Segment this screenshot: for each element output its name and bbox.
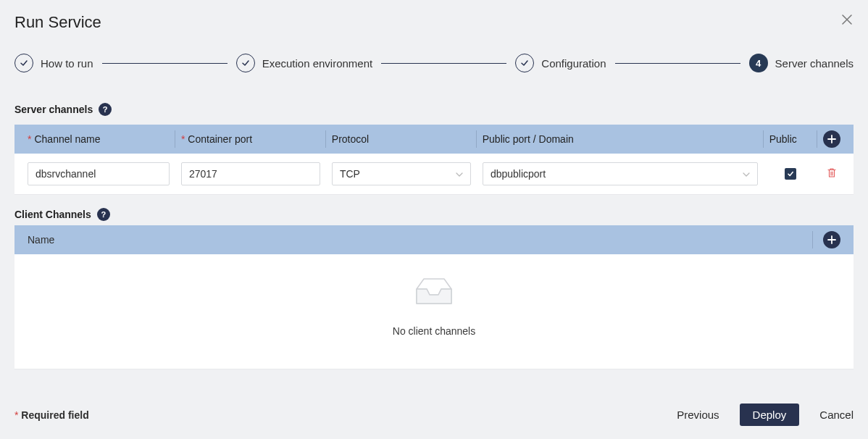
client-channels-empty: No client channels [14, 254, 854, 369]
server-channel-row: TCP dbpublicport [14, 154, 854, 195]
step-label: Execution environment [262, 57, 373, 70]
check-icon [515, 54, 534, 72]
container-port-input[interactable] [181, 162, 320, 185]
step-server-channels[interactable]: 4 Server channels [749, 54, 854, 72]
previous-button[interactable]: Previous [677, 409, 719, 421]
channel-name-input[interactable] [28, 162, 170, 185]
cancel-button[interactable]: Cancel [819, 409, 854, 421]
col-public-port-domain: Public port / Domain [477, 130, 764, 148]
step-execution-env[interactable]: Execution environment [236, 54, 373, 72]
domain-select[interactable]: dbpublicport [483, 162, 758, 185]
page-title: Run Service [14, 13, 101, 32]
required-field-note: * Required field [14, 409, 89, 421]
empty-box-icon [414, 276, 454, 306]
step-label: How to run [41, 57, 93, 70]
col-container-port: *Container port [175, 130, 326, 148]
client-header-name: Name [28, 234, 54, 246]
step-label: Configuration [541, 57, 606, 70]
help-icon[interactable]: ? [99, 103, 112, 116]
chevron-down-icon [743, 169, 750, 179]
add-client-channel-button[interactable] [823, 231, 840, 248]
col-protocol: Protocol [326, 130, 477, 148]
close-icon[interactable] [840, 13, 854, 29]
chevron-down-icon [456, 169, 463, 179]
client-channels-header: Name [14, 225, 854, 254]
server-channels-title: Server channels [14, 104, 93, 115]
domain-value: dbpublicport [491, 168, 546, 180]
delete-row-icon[interactable] [827, 167, 837, 180]
client-channels-title: Client Channels [14, 209, 91, 220]
check-icon [236, 54, 255, 72]
deploy-button[interactable]: Deploy [740, 404, 800, 426]
public-checkbox[interactable] [785, 168, 796, 180]
table-header-row: *Channel name *Container port Protocol P… [14, 125, 854, 154]
help-icon[interactable]: ? [97, 208, 110, 221]
col-channel-name: *Channel name [22, 130, 175, 148]
protocol-select[interactable]: TCP [332, 162, 471, 185]
add-server-channel-button[interactable] [823, 130, 840, 148]
empty-text: No client channels [393, 325, 475, 337]
server-channels-table: *Channel name *Container port Protocol P… [14, 125, 854, 195]
stepper: How to run Execution environment Configu… [14, 54, 854, 72]
col-public: Public [764, 130, 817, 148]
step-configuration[interactable]: Configuration [515, 54, 606, 72]
protocol-value: TCP [340, 168, 360, 180]
step-label: Server channels [775, 57, 854, 70]
check-icon [14, 54, 33, 72]
step-how-to-run[interactable]: How to run [14, 54, 93, 72]
step-number: 4 [749, 54, 768, 72]
